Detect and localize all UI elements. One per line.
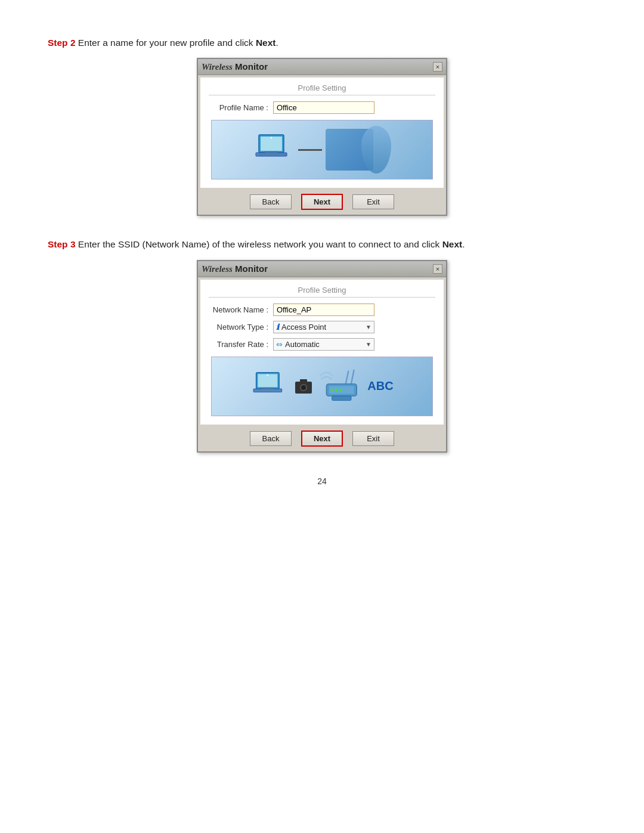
step3-network-name-label: Network Name :: [209, 305, 268, 314]
step2-back-button[interactable]: Back: [250, 194, 292, 209]
svg-rect-1: [261, 137, 282, 151]
step2-content: Profile Setting Profile Name :: [200, 78, 444, 188]
step3-close-button[interactable]: ×: [433, 264, 442, 274]
svg-point-20: [331, 388, 334, 391]
step2-profile-name-input[interactable]: [273, 101, 374, 114]
step2-label: Step 2: [48, 38, 76, 48]
chevron-down-icon: ▼: [366, 341, 371, 348]
step3-transfer-rate-value: Automatic: [285, 340, 320, 349]
step2-section-title: Profile Setting: [209, 83, 435, 95]
step2-laptop-icon: [253, 132, 295, 168]
step3-transfer-rate-row: Transfer Rate : ⇔ Automatic ▼: [209, 338, 435, 351]
step2-profile-name-label: Profile Name :: [209, 103, 268, 112]
step3-titlebar: Wireless Monitor ×: [198, 261, 446, 277]
step3-router-icon: [318, 368, 363, 404]
step3-illustration: ABC: [211, 357, 433, 416]
step3-network-name-row: Network Name :: [209, 304, 435, 316]
svg-rect-11: [262, 388, 274, 389]
step2-next-button[interactable]: Next: [301, 194, 343, 210]
step2-illustration: [211, 120, 433, 179]
svg-rect-23: [332, 396, 351, 400]
step3-window: Wireless Monitor × Profile Setting Netwo…: [197, 260, 447, 453]
step2-window: Wireless Monitor × Profile Setting Profi…: [197, 58, 447, 216]
step2-window-title: Wireless Monitor: [202, 61, 268, 72]
step3-back-button[interactable]: Back: [250, 431, 292, 446]
step3-network-type-select[interactable]: ℹ Access Point ▼: [273, 321, 374, 333]
step2-connector: [298, 149, 322, 151]
step3-content: Profile Setting Network Name : Network T…: [200, 280, 444, 425]
step3-window-title: Wireless Monitor: [202, 264, 268, 274]
svg-point-21: [335, 388, 338, 391]
step3-next-button[interactable]: Next: [301, 431, 343, 447]
step3-abc-label: ABC: [367, 379, 393, 393]
svg-rect-8: [258, 374, 278, 387]
step3-laptop-icon: [250, 370, 289, 402]
step3-illus-container: ABC: [212, 357, 432, 416]
arrows-icon: ⇔: [276, 340, 283, 349]
svg-point-22: [339, 388, 342, 391]
svg-point-9: [267, 374, 269, 376]
svg-line-17: [351, 370, 354, 383]
step3-label: Step 3: [48, 239, 76, 249]
step2-block: Step 2 Enter a name for your new profile…: [48, 36, 596, 216]
step3-block: Step 3 Enter the SSID (Network Name) of …: [48, 237, 596, 452]
svg-rect-15: [300, 379, 307, 383]
step3-exit-button[interactable]: Exit: [352, 431, 394, 446]
step3-camera-icon: [294, 377, 313, 396]
step2-text: Step 2 Enter a name for your new profile…: [48, 36, 596, 49]
step3-text: Step 3 Enter the SSID (Network Name) of …: [48, 237, 596, 251]
svg-line-16: [346, 371, 349, 383]
svg-rect-4: [265, 151, 278, 153]
chevron-down-icon: ▼: [366, 324, 371, 330]
svg-point-14: [301, 385, 306, 390]
step3-transfer-rate-select[interactable]: ⇔ Automatic ▼: [273, 338, 374, 351]
step2-shapes: [326, 126, 391, 174]
step2-titlebar: Wireless Monitor ×: [198, 59, 446, 75]
page-number: 24: [48, 476, 596, 486]
step2-profile-name-row: Profile Name :: [209, 101, 435, 114]
info-icon: ℹ: [276, 323, 279, 332]
step2-close-button[interactable]: ×: [433, 62, 442, 72]
svg-point-2: [271, 137, 273, 139]
step3-network-name-input[interactable]: [273, 304, 374, 316]
step3-network-type-label: Network Type :: [209, 323, 268, 332]
step2-exit-button[interactable]: Exit: [352, 194, 394, 209]
step3-network-type-value: Access Point: [281, 323, 326, 332]
step3-network-type-row: Network Type : ℹ Access Point ▼: [209, 321, 435, 333]
step3-buttonbar: Back Next Exit: [198, 427, 446, 451]
step3-section-title: Profile Setting: [209, 286, 435, 298]
step3-transfer-rate-label: Transfer Rate :: [209, 340, 268, 349]
step2-buttonbar: Back Next Exit: [198, 190, 446, 215]
